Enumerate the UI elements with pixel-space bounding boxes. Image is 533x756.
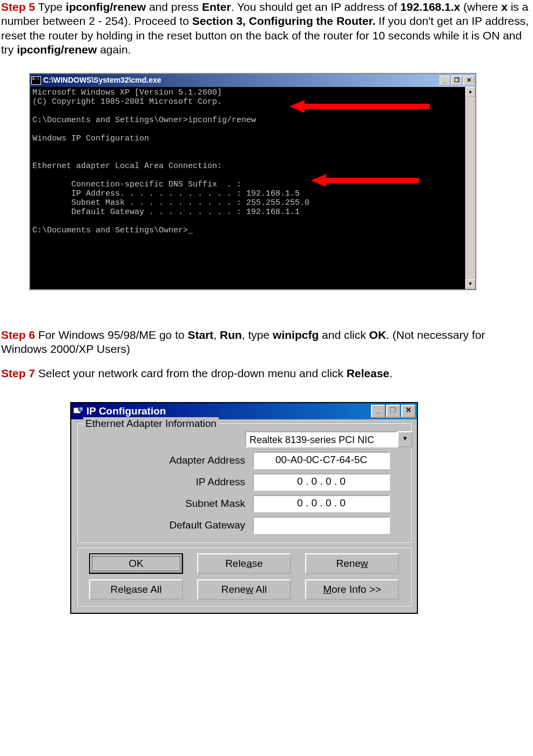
renew-all-button[interactable]: Renew All [197, 579, 291, 600]
nic-selected-value: Realtek 8139-series PCI NIC [245, 431, 397, 447]
subnet-mask-value: 0 . 0 . 0 . 0 [253, 495, 390, 512]
more-info-button[interactable]: More Info >> [305, 579, 399, 600]
maximize-button[interactable]: ❐ [451, 76, 462, 85]
ipc-close-button[interactable]: ✕ [401, 405, 415, 418]
scroll-up-button[interactable]: ▲ [465, 87, 475, 97]
cmd-titlebar[interactable]: C:\WINDOWS\System32\cmd.exe _ ❐ ✕ [30, 74, 475, 87]
arrow-ip-address [311, 176, 419, 185]
scroll-track[interactable] [465, 97, 475, 279]
cmd-title: C:\WINDOWS\System32\cmd.exe [43, 76, 161, 85]
renew-button[interactable]: Renew [305, 553, 399, 574]
adapter-address-value: 00-A0-0C-C7-64-5C [253, 452, 390, 469]
arrow-ipconfig-renew [289, 102, 430, 111]
svg-text:?: ? [80, 407, 83, 412]
close-button[interactable]: ✕ [463, 76, 474, 85]
default-gateway-label: Default Gateway [83, 519, 253, 532]
scroll-down-button[interactable]: ▼ [465, 279, 475, 289]
ethernet-adapter-group: Ethernet Adapter Information Realtek 813… [77, 423, 411, 543]
ipconfig-icon: ? [73, 406, 84, 417]
ok-button[interactable]: OK [89, 553, 183, 574]
step5-paragraph: Step 5 Type ipconfig/renew and press Ent… [1, 0, 532, 57]
cmd-window: C:\WINDOWS\System32\cmd.exe _ ❐ ✕ Micros… [29, 73, 476, 290]
ipconfig-dialog: ? IP Configuration _ ❐ ✕ Ethernet Adapte… [70, 402, 418, 614]
release-all-button[interactable]: Release All [89, 579, 183, 600]
step7-paragraph: Step 7 Select your network card from the… [1, 366, 532, 380]
cmd-output[interactable]: Microsoft Windows XP [Version 5.1.2600] … [30, 87, 465, 289]
release-button[interactable]: Release [197, 553, 291, 574]
default-gateway-value [253, 517, 390, 534]
step5-label: Step 5 [1, 1, 35, 13]
ip-address-label: IP Address [83, 476, 253, 489]
step7-label: Step 7 [1, 367, 35, 379]
cmd-icon [31, 76, 41, 85]
ip-address-value: 0 . 0 . 0 . 0 [253, 473, 390, 491]
minimize-button[interactable]: _ [440, 76, 450, 85]
group-title: Ethernet Adapter Information [83, 417, 219, 430]
adapter-address-label: Adapter Address [83, 454, 253, 467]
cmd-scrollbar[interactable]: ▲ ▼ [465, 87, 475, 289]
button-row: OK Release Renew Release All Renew All M… [77, 547, 411, 606]
subnet-mask-label: Subnet Mask [83, 497, 253, 510]
step6-paragraph: Step 6 For Windows 95/98/ME go to Start,… [1, 328, 532, 357]
ipc-maximize-button: ❐ [386, 405, 400, 418]
dropdown-icon[interactable]: ▼ [397, 431, 413, 447]
ipc-minimize-button[interactable]: _ [371, 405, 385, 418]
step6-label: Step 6 [1, 329, 35, 341]
ipconfig-title: IP Configuration [86, 405, 166, 418]
nic-select[interactable]: Realtek 8139-series PCI NIC ▼ [245, 431, 413, 447]
